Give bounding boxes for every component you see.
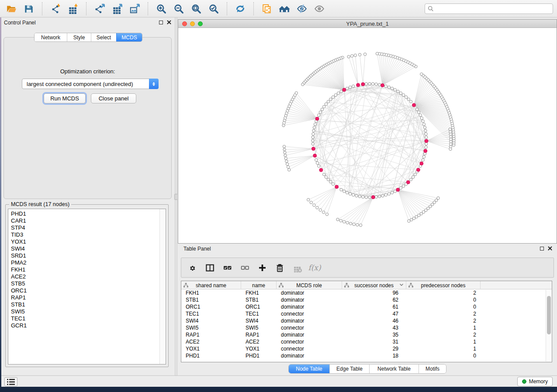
- satellite-node[interactable]: [286, 163, 288, 165]
- float-panel-icon[interactable]: [159, 21, 163, 24]
- satellite-node[interactable]: [307, 198, 310, 201]
- mcds-hub-node[interactable]: [311, 147, 315, 151]
- network-node[interactable]: [391, 191, 393, 194]
- network-node[interactable]: [419, 114, 422, 117]
- table-row[interactable]: YOX1YOX1connector291: [181, 345, 546, 352]
- network-node[interactable]: [329, 98, 332, 100]
- network-node[interactable]: [327, 100, 329, 103]
- satellite-node[interactable]: [284, 151, 286, 154]
- zoom-fit-button[interactable]: [187, 1, 205, 17]
- satellite-node[interactable]: [282, 124, 285, 127]
- table-scrollbar-thumb[interactable]: [547, 296, 551, 334]
- mcds-result-item[interactable]: FKH1: [8, 266, 159, 273]
- table-row[interactable]: ACE2ACE2connector311: [181, 338, 546, 345]
- network-node[interactable]: [399, 92, 402, 94]
- network-node[interactable]: [332, 182, 334, 185]
- deselect-all-button[interactable]: [239, 262, 250, 273]
- toggle-panel-button[interactable]: [204, 262, 215, 273]
- network-node[interactable]: [311, 139, 314, 142]
- mcds-result-item[interactable]: SWI5: [8, 308, 159, 315]
- satellite-node[interactable]: [283, 145, 285, 148]
- network-node[interactable]: [425, 146, 427, 148]
- tab-edge-table[interactable]: Edge Table: [329, 364, 369, 373]
- network-node[interactable]: [319, 111, 322, 113]
- close-panel-button[interactable]: Close panel: [91, 93, 136, 103]
- network-node[interactable]: [312, 133, 315, 135]
- mcds-result-item[interactable]: ORC1: [8, 287, 159, 294]
- zoom-out-button[interactable]: [170, 1, 187, 17]
- network-node[interactable]: [422, 158, 424, 161]
- network-node[interactable]: [329, 180, 332, 183]
- network-node[interactable]: [381, 194, 384, 197]
- satellite-node[interactable]: [347, 55, 350, 58]
- mcds-list-scrollbar[interactable]: [159, 209, 166, 364]
- satellite-node[interactable]: [408, 220, 410, 222]
- zoom-in-button[interactable]: [152, 1, 170, 17]
- table-row[interactable]: SWI5SWI5connector431: [181, 324, 546, 331]
- optimization-criterion-select[interactable]: largest connected component (undirected): [22, 79, 159, 89]
- zoom-selected-button[interactable]: [205, 1, 222, 17]
- export-image-button[interactable]: [126, 1, 143, 17]
- mcds-result-item[interactable]: SWI4: [8, 245, 159, 252]
- network-node[interactable]: [384, 193, 387, 196]
- network-node[interactable]: [343, 190, 346, 193]
- mcds-result-item[interactable]: TID3: [8, 231, 159, 238]
- satellite-node[interactable]: [339, 219, 342, 222]
- network-node[interactable]: [415, 108, 418, 110]
- network-node[interactable]: [318, 114, 320, 117]
- mcds-hub-node[interactable]: [356, 83, 360, 87]
- column-header-MCDS-role[interactable]: MCDS role: [277, 281, 342, 289]
- delete-column-button[interactable]: [274, 262, 285, 273]
- network-node[interactable]: [340, 90, 343, 93]
- export-network-button[interactable]: [91, 1, 108, 17]
- network-node[interactable]: [397, 90, 399, 93]
- import-network-button[interactable]: [47, 1, 64, 17]
- memory-button[interactable]: Memory: [517, 377, 553, 386]
- mcds-hub-node[interactable]: [396, 188, 400, 192]
- table-settings-button[interactable]: [187, 262, 198, 273]
- network-node[interactable]: [362, 196, 364, 198]
- table-scrollbar[interactable]: [546, 290, 551, 361]
- satellite-node[interactable]: [376, 52, 378, 55]
- table-row[interactable]: TEC1TEC1connector472: [181, 310, 546, 317]
- satellite-node[interactable]: [288, 168, 291, 171]
- network-node[interactable]: [368, 196, 371, 199]
- run-mcds-button[interactable]: Run MCDS: [44, 93, 86, 103]
- network-node[interactable]: [346, 191, 348, 194]
- network-node[interactable]: [368, 83, 371, 85]
- network-node[interactable]: [340, 188, 343, 191]
- network-node[interactable]: [325, 175, 327, 178]
- network-node[interactable]: [321, 108, 323, 110]
- network-canvas[interactable]: [178, 28, 557, 243]
- satellite-node[interactable]: [287, 165, 289, 168]
- select-all-button[interactable]: [221, 262, 233, 273]
- column-header-successor-nodes[interactable]: successor nodes: [342, 281, 406, 289]
- satellite-node[interactable]: [343, 220, 345, 223]
- mcds-result-item[interactable]: STP4: [8, 224, 159, 231]
- mcds-hub-node[interactable]: [371, 196, 375, 199]
- network-node[interactable]: [387, 193, 390, 195]
- mcds-result-item[interactable]: ACE2: [8, 273, 159, 280]
- tab-style[interactable]: Style: [67, 33, 91, 41]
- satellite-node[interactable]: [301, 83, 304, 86]
- tab-select[interactable]: Select: [91, 33, 116, 41]
- mcds-result-item[interactable]: CAR1: [8, 217, 159, 224]
- mcds-result-item[interactable]: STB1: [8, 301, 159, 308]
- mcds-result-item[interactable]: GCR1: [8, 322, 159, 329]
- network-node[interactable]: [314, 123, 316, 126]
- mcds-result-item[interactable]: YOX1: [8, 238, 159, 245]
- network-node[interactable]: [337, 92, 339, 94]
- network-node[interactable]: [422, 123, 425, 126]
- network-node[interactable]: [365, 83, 367, 85]
- satellite-node[interactable]: [336, 218, 339, 221]
- houses-button[interactable]: [276, 1, 293, 17]
- mcds-result-item[interactable]: PHD1: [8, 210, 159, 217]
- table-row[interactable]: ORC1ORC1dominator610: [181, 303, 546, 310]
- satellite-node[interactable]: [353, 223, 355, 226]
- satellite-node[interactable]: [284, 154, 287, 157]
- column-header-name[interactable]: name: [241, 281, 277, 289]
- tab-network[interactable]: Network: [35, 33, 67, 41]
- search-input[interactable]: [436, 5, 550, 12]
- network-node[interactable]: [325, 103, 327, 105]
- tab-network-table[interactable]: Network Table: [369, 364, 419, 373]
